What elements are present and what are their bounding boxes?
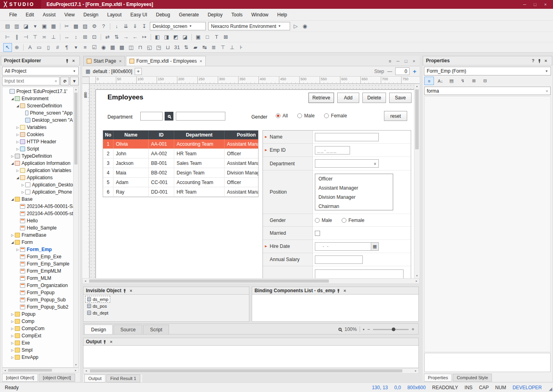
tree-vertical-scrollbar[interactable]: ▲ ▼ <box>73 87 78 367</box>
calendar-icon[interactable]: ▦ <box>371 243 378 250</box>
employee-grid[interactable]: NoNameIDDepartmentPosition 1 Olivia AA-0… <box>103 130 259 197</box>
menu-item[interactable]: Help <box>273 9 292 21</box>
tree-expander-icon[interactable]: ▷ <box>10 234 15 237</box>
tree-search-input[interactable] <box>4 78 53 84</box>
save-icon[interactable]: ▣ <box>40 22 49 31</box>
grid-row[interactable]: 2 John AA-002 HR Team Officer <box>103 149 258 158</box>
lock-icon[interactable]: ⊠ <box>221 33 230 42</box>
pin-icon[interactable] <box>101 339 108 345</box>
tree-item[interactable]: Hello_Sample <box>2 224 73 232</box>
tree-expander-icon[interactable]: ◢ <box>10 97 15 101</box>
pin-icon[interactable] <box>536 57 543 64</box>
zoom-slider[interactable] <box>373 329 409 330</box>
tree-item[interactable]: Form_Emp_Sample <box>2 260 73 267</box>
bring-forward-icon[interactable]: ◩ <box>171 33 180 42</box>
tree-item[interactable]: ▷ Form_Emp <box>2 246 73 253</box>
space-down-icon[interactable]: ⇅ <box>112 33 121 42</box>
div-component-icon[interactable]: ◱ <box>145 43 154 52</box>
tree-item[interactable]: ◢ Applications <box>2 174 73 181</box>
document-tab[interactable]: Form_Emp.xfdl - Employees × <box>126 56 206 66</box>
open-project-icon[interactable]: ▤ <box>3 22 12 31</box>
tree-item[interactable]: ◢ ScreenDefinition <box>2 102 73 109</box>
grid-component-icon[interactable]: ▦ <box>108 43 117 52</box>
save-button[interactable]: Save <box>389 93 412 103</box>
help-icon[interactable]: ? <box>530 57 536 64</box>
tree-item[interactable]: ▷ Exe <box>2 339 73 346</box>
tree-expander-icon[interactable]: ▷ <box>20 190 25 194</box>
group-icon[interactable]: ▣ <box>194 33 203 42</box>
pin-icon[interactable] <box>121 287 128 294</box>
send-back-icon[interactable]: ◨ <box>162 33 171 42</box>
button-component-icon[interactable]: ▭ <box>35 43 44 52</box>
radio-component-icon[interactable]: ◉ <box>99 43 108 52</box>
scroll-left-icon[interactable]: ◄ <box>2 368 8 372</box>
department-name-input[interactable] <box>176 112 225 121</box>
form-design-surface[interactable]: Employees Retrieve Add Delete Save Depar… <box>95 89 414 278</box>
gender-radio[interactable]: Female <box>342 218 364 223</box>
textarea-component-icon[interactable]: ¶ <box>62 43 71 52</box>
tree-item[interactable]: Project 'EduProject17.1' <box>2 88 73 95</box>
close-icon[interactable]: × <box>70 57 77 64</box>
tree-item[interactable]: Form_Organization <box>2 282 73 289</box>
space-across-icon[interactable]: ⇄ <box>103 33 112 42</box>
step-add-icon[interactable]: + <box>413 68 416 75</box>
prop-expand-all-icon[interactable]: ⊞ <box>469 77 479 85</box>
married-checkbox[interactable] <box>315 231 320 236</box>
statusbar-component-icon[interactable]: ⊥ <box>228 43 237 52</box>
scroll-up-icon[interactable]: ▲ <box>74 87 78 92</box>
tree-expander-icon[interactable]: ▷ <box>10 313 15 316</box>
calendar-component-icon[interactable]: 31 <box>173 43 181 52</box>
canvas-vertical-scrollbar[interactable]: ▲ ▼ <box>414 84 420 278</box>
minimize-view-icon[interactable]: ─ <box>394 57 402 65</box>
grid-column-header[interactable]: Position <box>225 131 259 139</box>
position-listbox[interactable]: OfficerAssistant ManagerDivision Manager… <box>315 174 393 210</box>
pin-icon[interactable] <box>335 287 342 294</box>
search-icon[interactable] <box>60 77 69 85</box>
menu-item[interactable]: Window <box>247 9 273 21</box>
generate-all-icon[interactable]: ⇊ <box>121 22 130 31</box>
pan-hand-icon[interactable]: ⊕ <box>12 43 21 52</box>
maximize-icon[interactable]: □ <box>530 0 540 9</box>
close-icon[interactable]: × <box>128 287 134 294</box>
close-tab-icon[interactable]: × <box>119 59 121 63</box>
cut-icon[interactable]: ✂ <box>62 22 71 31</box>
tree-expander-icon[interactable]: ▷ <box>10 341 15 345</box>
grid-column-header[interactable]: ID <box>149 131 174 139</box>
name-input[interactable] <box>315 133 379 141</box>
menu-item[interactable]: View <box>60 9 79 21</box>
align-left-icon[interactable]: ⊢ <box>3 33 12 42</box>
add-layout-button[interactable]: + <box>135 68 142 75</box>
ungroup-icon[interactable]: □ <box>203 33 212 42</box>
menu-item[interactable]: File <box>5 9 21 21</box>
tree-expander-icon[interactable]: ▷ <box>10 154 15 158</box>
menu-item[interactable]: Assist <box>38 9 60 21</box>
pagecontrol-component-icon[interactable]: ◫ <box>127 43 135 52</box>
tree-item[interactable]: Phone_screen "App <box>2 109 73 117</box>
screen-select-combo[interactable]: Desktop_screen ▼ <box>150 22 206 30</box>
align-center-icon[interactable]: ∥ <box>12 33 21 42</box>
hiredate-calendar-input[interactable]: - - ▦ <box>315 242 379 251</box>
filter-icon[interactable]: ▼ <box>70 77 79 85</box>
grid-row[interactable]: 4 Maia BB-002 Design Team Division Manag… <box>103 168 258 178</box>
tree-expander-icon[interactable]: ▷ <box>20 183 25 187</box>
new-form-dropdown-icon[interactable]: ▾ <box>31 22 40 31</box>
tree-expander-icon[interactable]: ▷ <box>10 327 15 331</box>
same-width-icon[interactable]: ↔ <box>62 33 71 42</box>
tab-order-icon[interactable]: T <box>212 33 221 42</box>
tree-expander-icon[interactable]: ▷ <box>15 248 20 251</box>
grid-row[interactable]: 3 Jackson BB-001 Sales Team Assistant Ma… <box>103 158 258 168</box>
step-minus-icon[interactable]: — <box>387 69 392 74</box>
tree-expander-icon[interactable]: ▷ <box>15 140 20 144</box>
tree-item[interactable]: ◢ Base <box>2 196 73 203</box>
tree-item[interactable]: Desktop_screen "A <box>2 117 73 124</box>
zoom-in-icon[interactable]: + <box>412 327 414 332</box>
tree-item[interactable]: Form_Popup_Sub2 <box>2 303 73 311</box>
view-tab[interactable]: Source <box>113 325 142 334</box>
pin-icon[interactable] <box>64 57 70 64</box>
scroll-right-icon[interactable]: ► <box>73 368 78 372</box>
department-search-button[interactable] <box>165 112 173 121</box>
properties-tab[interactable]: Computed Style <box>453 374 492 382</box>
tree-item[interactable]: ▷ Application Variables <box>2 167 73 174</box>
property-search-input[interactable] <box>427 88 546 94</box>
align-top-icon[interactable]: ⊤ <box>31 33 40 42</box>
